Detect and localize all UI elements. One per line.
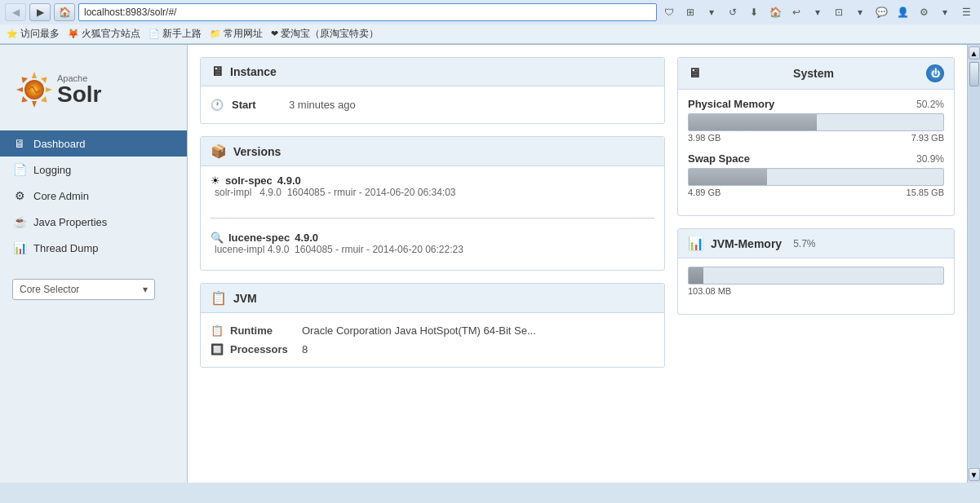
bookmark-label: 新手上路 xyxy=(162,27,202,41)
jvm-memory-title: JVM-Memory xyxy=(711,237,782,250)
settings-icon[interactable]: ⚙ xyxy=(915,3,933,21)
dashboard-icon: 🖥 xyxy=(12,137,27,150)
jvm-section-header: 📋 JVM xyxy=(201,284,664,313)
solr-sun-graphic xyxy=(12,68,57,113)
versions-grid: ☀ solr-spec 4.9.0 solr-impl 4.9.0 160408… xyxy=(201,166,664,270)
right-panel: 🖥 System ⏻ Physical Memory 50.2% xyxy=(677,57,955,470)
heart-icon: ❤ xyxy=(271,29,278,39)
qr-icon: ⊞ xyxy=(681,3,699,21)
versions-section: 📦 Versions ☀ solr-spec 4.9.0 solr-impl 4… xyxy=(200,136,665,271)
monitor-icon: 🖥 xyxy=(211,64,224,79)
physical-memory-used-bar xyxy=(689,114,817,130)
system-icon: 🖥 xyxy=(688,66,701,81)
dropdown3-icon[interactable]: ▾ xyxy=(851,3,869,21)
svg-marker-0 xyxy=(32,72,37,78)
bookmark-visit-most[interactable]: ⭐ 访问最多 xyxy=(7,27,60,41)
sidebar-item-dashboard[interactable]: 🖥 Dashboard xyxy=(0,130,187,157)
system-body: Physical Memory 50.2% 3.98 GB 7.93 GB xyxy=(678,90,954,215)
instance-body: 🕐 Start 3 minutes ago xyxy=(201,86,664,123)
jvm-memory-used-label: 103.08 MB xyxy=(688,286,731,296)
processor-icon: 🔲 xyxy=(211,343,224,355)
sidebar-item-thread-dump[interactable]: 📊 Thread Dump xyxy=(0,235,187,261)
sidebar-item-java-properties[interactable]: ☕ Java Properties xyxy=(0,209,187,235)
core-selector-dropdown[interactable]: Core Selector ▾ xyxy=(12,279,155,300)
lucene-spec-version: 4.9.0 xyxy=(295,232,318,244)
nav-item-label: Thread Dump xyxy=(33,242,98,254)
star-icon: ⭐ xyxy=(7,29,18,39)
download-icon[interactable]: ⬇ xyxy=(745,3,763,21)
folder-icon: 📁 xyxy=(210,29,221,39)
jvm-memory-icon: 📊 xyxy=(688,236,704,251)
bookmarks-bar: ⭐ 访问最多 🦊 火狐官方站点 📄 新手上路 📁 常用网址 ❤ 爱淘宝（原淘宝特… xyxy=(0,24,980,44)
svg-marker-1 xyxy=(41,77,47,83)
main-content: 🖥 Instance 🕐 Start 3 minutes ago 📦 Versi… xyxy=(188,45,967,483)
dropdown4-icon[interactable]: ▾ xyxy=(936,3,954,21)
svg-marker-7 xyxy=(22,77,29,83)
refresh-icon[interactable]: ↺ xyxy=(724,3,742,21)
browser-chrome: ◀ ▶ 🏠 🛡 ⊞ ▾ ↺ ⬇ 🏠 ↩ ▾ ⊡ ▾ 💬 👤 ⚙ ▾ ☰ ⭐ 访问… xyxy=(0,0,980,45)
scroll-down-button[interactable]: ▼ xyxy=(969,468,980,481)
scroll-up-button[interactable]: ▲ xyxy=(969,46,980,60)
nav-item-label: Java Properties xyxy=(33,216,107,228)
sidebar-item-logging[interactable]: 📄 Logging xyxy=(0,157,187,183)
sidebar: Apache Solr 🖥 Dashboard 📄 Logging ⚙ Core… xyxy=(0,45,188,483)
system-power-button[interactable]: ⏻ xyxy=(926,64,944,82)
jvm-memory-bar-section: 103.08 MB xyxy=(688,267,944,296)
sidebar-item-core-admin[interactable]: ⚙ Core Admin xyxy=(0,183,187,209)
swap-space-used-bar xyxy=(689,169,767,185)
instance-title: Instance xyxy=(230,65,277,78)
swap-used-label: 4.89 GB xyxy=(688,188,721,197)
bookmark-taobao[interactable]: ❤ 爱淘宝（原淘宝特卖） xyxy=(271,27,379,41)
swap-space-bar xyxy=(688,168,944,186)
bookmark-common[interactable]: 📁 常用网址 xyxy=(210,27,263,41)
physical-memory-used-label: 3.98 GB xyxy=(688,133,721,143)
firefox-icon: 🦊 xyxy=(68,29,79,39)
jvm-memory-body: 103.08 MB xyxy=(678,258,954,314)
jvm-memory-header: 📊 JVM-Memory 5.7% xyxy=(678,229,954,258)
back-nav-icon[interactable]: ↩ xyxy=(787,3,805,21)
solr-version-icon: ☀ xyxy=(211,174,220,187)
solr-spec-name: solr-spec xyxy=(225,174,273,187)
address-bar[interactable] xyxy=(78,3,657,21)
jvm-memory-section: 📊 JVM-Memory 5.7% 103.08 MB xyxy=(677,228,955,315)
scrollbar[interactable]: ▲ ▼ xyxy=(967,45,980,483)
home-button[interactable]: 🏠 xyxy=(54,3,75,21)
core-selector-label: Core Selector xyxy=(20,284,79,295)
swap-total-label: 15.85 GB xyxy=(907,188,944,197)
core-selector-area: Core Selector ▾ xyxy=(0,269,187,310)
dropdown2-icon[interactable]: ▾ xyxy=(809,3,827,21)
start-label: Start xyxy=(232,99,281,111)
instance-section-header: 🖥 Instance xyxy=(201,58,664,86)
system-section: 🖥 System ⏻ Physical Memory 50.2% xyxy=(677,57,955,216)
physical-memory-label: Physical Memory 50.2% xyxy=(688,98,944,110)
app-layout: Apache Solr 🖥 Dashboard 📄 Logging ⚙ Core… xyxy=(0,45,980,483)
scroll-thumb[interactable] xyxy=(969,62,979,86)
nav-bar: ◀ ▶ 🏠 🛡 ⊞ ▾ ↺ ⬇ 🏠 ↩ ▾ ⊡ ▾ 💬 👤 ⚙ ▾ ☰ xyxy=(0,0,980,24)
solr-impl-detail: solr-impl 4.9.0 1604085 - rmuir - 2014-0… xyxy=(211,187,654,198)
dropdown-icon[interactable]: ▾ xyxy=(703,3,721,21)
forward-button[interactable]: ▶ xyxy=(29,3,51,21)
menu-icon[interactable]: ☰ xyxy=(957,3,975,21)
swap-space-section: Swap Space 30.9% 4.89 GB 15.85 GB xyxy=(688,152,944,197)
jvm-runtime-row: 📋 Runtime Oracle Corporation Java HotSpo… xyxy=(211,321,654,340)
bookmark-newbie[interactable]: 📄 新手上路 xyxy=(149,27,202,41)
start-info-row: 🕐 Start 3 minutes ago xyxy=(211,95,654,115)
shield-icon: 🛡 xyxy=(660,3,678,21)
home-nav-icon[interactable]: 🏠 xyxy=(766,3,784,21)
jvm-memory-bar-labels: 103.08 MB xyxy=(688,286,944,296)
crop-icon[interactable]: ⊡ xyxy=(830,3,848,21)
jvm-runtime-value: Oracle Corporation Java HotSpot(TM) 64-B… xyxy=(302,324,536,337)
svg-marker-5 xyxy=(22,96,29,103)
bookmark-label: 火狐官方站点 xyxy=(82,27,140,41)
jvm-memory-used-bar xyxy=(689,267,703,284)
back-button[interactable]: ◀ xyxy=(5,3,26,21)
chat-icon[interactable]: 💬 xyxy=(872,3,890,21)
nav-menu: 🖥 Dashboard 📄 Logging ⚙ Core Admin ☕ Jav… xyxy=(0,130,187,261)
lucene-version-block: 🔍 lucene-spec 4.9.0 lucene-impl 4.9.0 16… xyxy=(211,232,654,255)
logo-area: Apache Solr xyxy=(0,53,187,130)
lucene-impl-detail: lucene-impl 4.9.0 1604085 - rmuir - 2014… xyxy=(211,244,654,255)
physical-memory-pct: 50.2% xyxy=(916,99,944,110)
bookmark-firefox[interactable]: 🦊 火狐官方站点 xyxy=(68,27,140,41)
jvm-processors-value: 8 xyxy=(302,343,308,355)
user-icon[interactable]: 👤 xyxy=(894,3,911,21)
